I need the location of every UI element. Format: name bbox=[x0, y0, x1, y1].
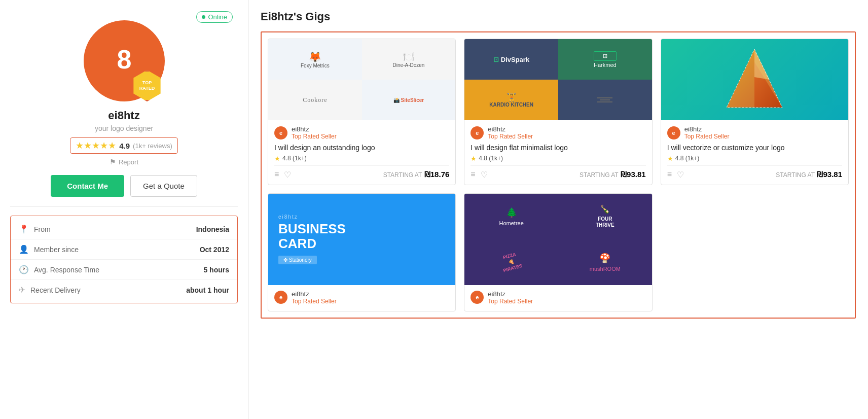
gig-footer-3: ≡ ♡ STARTING AT ₪93.81 bbox=[667, 165, 842, 180]
gig-star-3: ★ bbox=[667, 155, 673, 162]
gig-rating-3: 4.8 (1k+) bbox=[675, 155, 700, 162]
location-icon: 📍 bbox=[19, 224, 29, 234]
gig-info-1: e ei8htz Top Rated Seller I will design … bbox=[268, 120, 455, 185]
like-icon-3[interactable]: ♡ bbox=[677, 170, 684, 180]
seller-avatar-1: e bbox=[274, 126, 287, 139]
gig-info-4: e ei8htz Top Rated Seller bbox=[268, 285, 455, 311]
button-row: Contact Me Get a Quote bbox=[10, 175, 238, 197]
like-icon-1[interactable]: ♡ bbox=[284, 170, 291, 180]
report-label: Report bbox=[119, 158, 138, 166]
gig-footer-1: ≡ ♡ STARTING AT ₪18.76 bbox=[274, 165, 449, 180]
username: ei8htz bbox=[10, 109, 238, 122]
seller-name-3: ei8htz bbox=[684, 125, 730, 133]
page-title: Ei8htz's Gigs bbox=[261, 10, 856, 23]
delivery-label: Recent Delivery bbox=[30, 286, 81, 294]
rating-count: (1k+ reviews) bbox=[133, 142, 172, 150]
price-3: ₪93.81 bbox=[817, 170, 842, 179]
seller-level-5: Top Rated Seller bbox=[488, 298, 533, 305]
starting-at-2: STARTING AT bbox=[580, 171, 619, 179]
flag-icon: ⚑ bbox=[110, 158, 116, 166]
compare-icon-2[interactable]: ≡ bbox=[471, 170, 475, 179]
seller-level-2: Top Rated Seller bbox=[488, 133, 533, 140]
online-label: Online bbox=[208, 13, 227, 21]
member-label: Member since bbox=[34, 246, 79, 254]
seller-name-2: ei8htz bbox=[488, 125, 533, 133]
starting-at-1: STARTING AT bbox=[383, 171, 422, 179]
gigs-grid: 🦊 Foxy Metrics 🍽️ Dine-A-Dozen Cookore 📸… bbox=[261, 31, 856, 319]
seller-avatar-5: e bbox=[471, 291, 484, 304]
starting-at-3: STARTING AT bbox=[776, 171, 815, 179]
gig-title-3: I will vectorize or customize your logo bbox=[667, 143, 842, 153]
response-label: Avg. Response Time bbox=[34, 266, 99, 274]
seller-name-5: ei8htz bbox=[488, 290, 533, 298]
info-row-from: 📍 From Indonesia bbox=[11, 219, 237, 239]
gig-card-3[interactable]: e ei8htz Top Rated Seller I will vectori… bbox=[661, 39, 849, 185]
divider bbox=[10, 206, 238, 206]
avatar-icon: 8 bbox=[104, 41, 144, 81]
clock-icon: 🕐 bbox=[19, 265, 29, 274]
rating-value: 4.9 bbox=[119, 142, 130, 150]
seller-avatar-4: e bbox=[274, 291, 287, 304]
gig-thumb-3 bbox=[661, 39, 848, 120]
response-value: 5 hours bbox=[203, 266, 229, 274]
main-content: Ei8htz's Gigs 🦊 Foxy Metrics 🍽️ Dine-A-D… bbox=[248, 0, 868, 419]
member-value: Oct 2012 bbox=[200, 246, 229, 254]
price-2: ₪93.81 bbox=[621, 170, 646, 179]
gig-info-5: e ei8htz Top Rated Seller bbox=[464, 285, 652, 311]
gig-star-2: ★ bbox=[471, 155, 477, 162]
tagline: your logo designer bbox=[10, 124, 238, 132]
gig-title-2: I will design flat minimalist logo bbox=[471, 143, 645, 153]
info-row-delivery: ✈ Recent Delivery about 1 hour bbox=[11, 280, 237, 300]
seller-level-3: Top Rated Seller bbox=[684, 133, 730, 140]
gig-card-5[interactable]: 🌲 Hometree 🍾 FOURTHRIVE PIZZA🍕PIRATES bbox=[464, 193, 652, 311]
gig-thumb-4: ei8htz BUSINESSCARD ✤ Stationery bbox=[268, 194, 455, 285]
gig-rating-1: 4.8 (1k+) bbox=[282, 155, 307, 162]
sidebar: Online 8 TOP RATED ei8htz your logo desi… bbox=[0, 0, 248, 419]
gig-title-1: I will design an outstanding logo bbox=[274, 143, 449, 153]
gig-card-2[interactable]: ⊡ DivSpark ⊞ Harkmed 🏋 KARDIO KITCHEN bbox=[464, 39, 652, 185]
gig-thumb-5: 🌲 Hometree 🍾 FOURTHRIVE PIZZA🍕PIRATES bbox=[464, 194, 652, 285]
gig-thumb-2: ⊡ DivSpark ⊞ Harkmed 🏋 KARDIO KITCHEN bbox=[464, 39, 652, 120]
gig-card-1[interactable]: 🦊 Foxy Metrics 🍽️ Dine-A-Dozen Cookore 📸… bbox=[268, 39, 456, 185]
delivery-value: about 1 hour bbox=[186, 286, 229, 294]
seller-level-4: Top Rated Seller bbox=[292, 298, 337, 305]
info-table: 📍 From Indonesia 👤 Member since Oct 2012… bbox=[10, 216, 238, 303]
like-icon-2[interactable]: ♡ bbox=[481, 170, 488, 180]
delivery-icon: ✈ bbox=[19, 285, 25, 295]
triangle-svg bbox=[724, 47, 785, 113]
get-quote-button[interactable]: Get a Quote bbox=[130, 175, 197, 197]
gig-info-2: e ei8htz Top Rated Seller I will design … bbox=[464, 120, 652, 185]
price-1: ₪18.76 bbox=[424, 170, 450, 179]
info-row-response: 🕐 Avg. Response Time 5 hours bbox=[11, 260, 237, 280]
contact-me-button[interactable]: Contact Me bbox=[51, 175, 124, 197]
online-dot bbox=[202, 15, 205, 19]
from-label: From bbox=[34, 225, 51, 233]
seller-avatar-3: e bbox=[667, 126, 680, 139]
stars: ★★★★★ bbox=[76, 140, 116, 151]
seller-name-4: ei8htz bbox=[292, 290, 337, 298]
report-row: ⚑ Report bbox=[10, 158, 238, 166]
stationery-label: ✤ Stationery bbox=[278, 256, 317, 264]
top-rated-text: TOP RATED bbox=[139, 80, 155, 91]
svg-text:8: 8 bbox=[117, 45, 131, 74]
seller-level-1: Top Rated Seller bbox=[292, 133, 337, 140]
gig-star-1: ★ bbox=[274, 155, 280, 162]
gig-footer-2: ≡ ♡ STARTING AT ₪93.81 bbox=[471, 165, 645, 180]
gig-card-4[interactable]: ei8htz BUSINESSCARD ✤ Stationery e ei8ht… bbox=[268, 193, 456, 311]
thumb-label-4: ei8htz bbox=[278, 214, 298, 220]
info-row-member: 👤 Member since Oct 2012 bbox=[11, 239, 237, 260]
seller-name-1: ei8htz bbox=[292, 125, 337, 133]
rating-row: ★★★★★ 4.9 (1k+ reviews) bbox=[70, 137, 178, 154]
compare-icon-3[interactable]: ≡ bbox=[667, 170, 672, 179]
gig-thumb-1: 🦊 Foxy Metrics 🍽️ Dine-A-Dozen Cookore 📸… bbox=[268, 39, 455, 120]
compare-icon-1[interactable]: ≡ bbox=[274, 170, 279, 179]
gig-rating-2: 4.8 (1k+) bbox=[479, 155, 503, 162]
business-card-title: BUSINESSCARD bbox=[278, 222, 346, 251]
seller-avatar-2: e bbox=[471, 126, 484, 139]
gig-info-3: e ei8htz Top Rated Seller I will vectori… bbox=[661, 120, 848, 185]
from-value: Indonesia bbox=[196, 225, 229, 233]
person-icon: 👤 bbox=[19, 245, 29, 254]
avatar-wrap: 8 TOP RATED bbox=[10, 20, 238, 101]
